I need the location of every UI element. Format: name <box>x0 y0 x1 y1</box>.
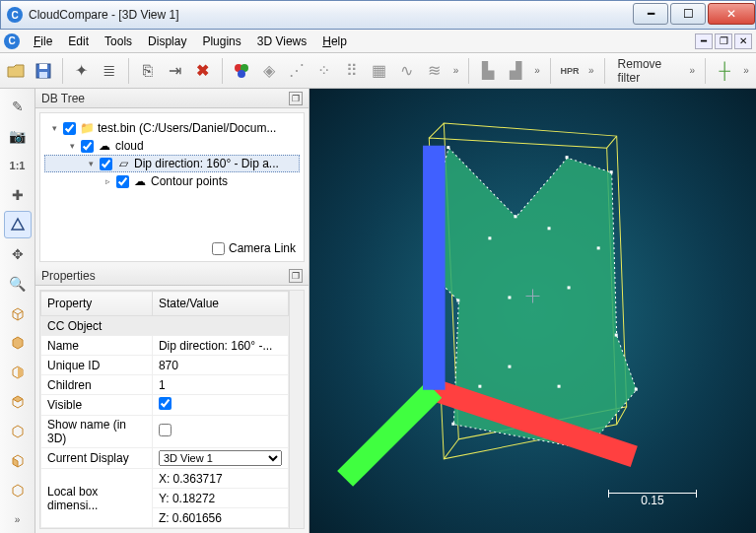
app-menu-icon[interactable]: C <box>4 33 20 49</box>
properties-panel: Properties ❐ Property State/Value CC Obj… <box>35 266 309 533</box>
properties-table: Property State/Value CC Object NameDip d… <box>40 291 289 528</box>
camera-link-label: Camera Link <box>229 241 296 255</box>
properties-title: Properties <box>41 269 96 283</box>
perspective-button[interactable] <box>4 211 32 238</box>
prop-value: Dip direction: 160° -... <box>152 336 288 356</box>
dbtree-panel: DB Tree ❐ ▾ 📁 test.bin (C:/Users/Daniel/… <box>35 89 309 266</box>
svg-rect-2 <box>39 72 47 78</box>
colors-button[interactable] <box>230 57 253 85</box>
camera-link-checkbox[interactable] <box>212 242 225 255</box>
menu-plugins[interactable]: Plugins <box>194 33 248 50</box>
expand-icon[interactable]: ▾ <box>48 123 60 133</box>
normals-button[interactable]: ◈ <box>257 57 281 85</box>
segment-button[interactable]: ✎ <box>4 93 32 120</box>
camera-icon[interactable]: 📷 <box>4 122 32 150</box>
menu-help[interactable]: Help <box>314 33 355 50</box>
toolbar5-overflow[interactable]: » <box>740 65 752 76</box>
back-view-button[interactable] <box>4 358 32 385</box>
front-view-button[interactable] <box>4 329 32 357</box>
menu-file[interactable]: File <box>26 33 60 50</box>
col-property[interactable]: Property <box>41 292 153 316</box>
expand-icon[interactable]: ▾ <box>66 141 78 151</box>
db-tree[interactable]: ▾ 📁 test.bin (C:/Users/Daniel/Docum... ▾… <box>40 113 304 190</box>
menu-edit[interactable]: Edit <box>60 33 97 50</box>
bottom-view-button[interactable] <box>4 417 32 444</box>
translate-button[interactable]: ✥ <box>4 240 32 268</box>
properties-header[interactable]: Properties ❐ <box>35 266 309 286</box>
dbtree-dock-icon[interactable]: ❐ <box>289 92 303 105</box>
prop-key: Current Display <box>41 448 153 469</box>
tree-label: Dip direction: 160° - Dip a... <box>134 157 279 170</box>
stats-button[interactable]: ∿ <box>395 57 419 85</box>
tree-checkbox[interactable] <box>100 158 112 170</box>
point-pick-button[interactable]: ✦ <box>70 57 94 85</box>
menu-display[interactable]: Display <box>140 33 194 50</box>
tree-checkbox[interactable] <box>116 175 129 188</box>
octree-button[interactable]: ▦ <box>368 57 391 85</box>
properties-scrollbar[interactable] <box>289 291 304 528</box>
icp-button[interactable]: ≋ <box>423 57 447 85</box>
point-list-button[interactable]: ≣ <box>98 57 121 85</box>
zoom-1to1-button[interactable]: 1:1 <box>4 152 32 179</box>
app-icon: C <box>7 7 23 23</box>
prop-group: CC Object <box>41 316 289 336</box>
svg-line-28 <box>434 390 634 457</box>
tree-row-contour[interactable]: ▹ ☁ Contour points <box>44 172 300 190</box>
top-view-button[interactable] <box>4 387 32 415</box>
main-toolbar: ✦ ≣ ⎘ ⇥ ✖ ◈ ⋰ ⁘ ⠿ ▦ ∿ ≋ » ▙ ▟ » HPR » Re… <box>0 53 756 89</box>
hpr-button[interactable]: HPR <box>558 57 582 85</box>
mdi-restore-button[interactable]: ❐ <box>715 33 732 49</box>
showname-checkbox[interactable] <box>159 424 172 436</box>
tree-row-dip[interactable]: ▾ ▱ Dip direction: 160° - Dip a... <box>44 155 300 172</box>
menu-tools[interactable]: Tools <box>97 33 140 50</box>
remove-filter-button[interactable]: Remove filter <box>612 57 683 85</box>
toolbar4-overflow[interactable]: » <box>686 65 698 76</box>
mdi-minimize-button[interactable]: ━ <box>695 33 713 49</box>
visible-checkbox[interactable] <box>159 397 172 410</box>
prop-value: 1 <box>152 375 288 395</box>
resample-button[interactable]: ⁘ <box>312 57 336 85</box>
tree-checkbox[interactable] <box>81 140 94 153</box>
pick-center-button[interactable]: ✚ <box>4 181 32 209</box>
tree-row-root[interactable]: ▾ 📁 test.bin (C:/Users/Daniel/Docum... <box>44 119 300 137</box>
toolbar3-overflow[interactable]: » <box>585 65 597 76</box>
toolbar2-overflow[interactable]: » <box>531 65 543 76</box>
col-state[interactable]: State/Value <box>152 292 288 316</box>
mdi-close-button[interactable]: ✕ <box>734 33 752 49</box>
delete-button[interactable]: ✖ <box>191 57 215 85</box>
close-button[interactable]: ✕ <box>708 3 755 25</box>
minimize-button[interactable]: ━ <box>633 3 668 25</box>
maximize-button[interactable]: ☐ <box>670 3 706 25</box>
cross-section-button[interactable]: ┼ <box>713 57 736 85</box>
properties-dock-icon[interactable]: ❐ <box>289 269 303 283</box>
tree-row-cloud[interactable]: ▾ ☁ cloud <box>44 137 300 155</box>
density-button[interactable]: ⠿ <box>340 57 364 85</box>
prop-key: Local box dimensi... <box>41 469 153 528</box>
expand-icon[interactable]: ▾ <box>85 159 97 168</box>
expand-icon[interactable]: ▹ <box>102 176 113 186</box>
mesh-icon: ▱ <box>115 156 131 171</box>
dbtree-header[interactable]: DB Tree ❐ <box>35 89 309 108</box>
toolbar1-overflow[interactable]: » <box>450 65 462 76</box>
display-select[interactable]: 3D View 1 <box>159 450 282 466</box>
menu-3dviews[interactable]: 3D Views <box>249 33 314 50</box>
open-button[interactable] <box>4 57 28 85</box>
histogram-button[interactable]: ▙ <box>476 57 500 85</box>
prop-value: 870 <box>152 356 288 375</box>
right-view-button[interactable] <box>4 476 32 503</box>
scalar-button[interactable]: ▟ <box>504 57 527 85</box>
subsample-button[interactable]: ⋰ <box>285 57 309 85</box>
iso-view-button[interactable] <box>4 300 32 327</box>
prop-value: Z: 0.601656 <box>152 508 288 528</box>
clone-button[interactable]: ⎘ <box>136 57 160 85</box>
3d-viewport[interactable]: 0.15 <box>309 89 756 533</box>
merge-button[interactable]: ⇥ <box>164 57 187 85</box>
save-button[interactable] <box>32 57 55 85</box>
left-view-button[interactable] <box>4 446 32 474</box>
zoom-button[interactable]: 🔍 <box>4 270 32 298</box>
camera-link-row[interactable]: Camera Link <box>212 241 296 255</box>
tree-checkbox[interactable] <box>63 122 76 135</box>
window-title: CloudCompare - [3D View 1] <box>29 8 631 22</box>
leftbar-overflow[interactable]: » <box>4 505 32 533</box>
prop-key: Children <box>41 375 153 395</box>
